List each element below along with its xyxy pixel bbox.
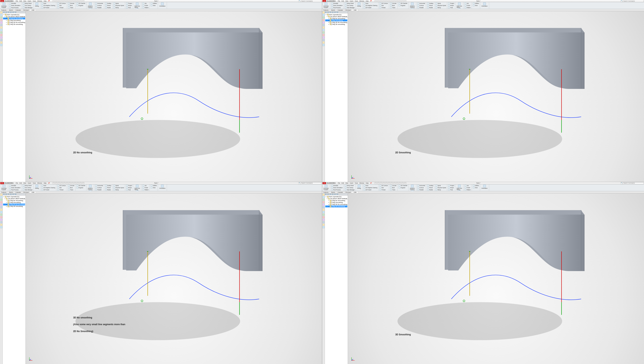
ribbon-face[interactable]: Face	[363, 2, 378, 5]
ribbon-contour[interactable]: Contour	[417, 5, 425, 7]
toolbar-button[interactable]	[0, 196, 2, 198]
ribbon-folder[interactable]: Folder	[142, 187, 149, 189]
qat-button[interactable]	[68, 0, 71, 2]
toolbar-button[interactable]	[0, 216, 2, 218]
ribbon-scallop[interactable]: Scallop	[427, 185, 434, 187]
tree-operation[interactable]: ▸[T48] Smoothing	[325, 20, 347, 21]
toolbar-button[interactable]	[322, 21, 325, 24]
ribbon-drilling[interactable]: Drilling	[356, 2, 362, 7]
ribbon-generate-toolpath[interactable]: GenerateToolpath	[0, 2, 7, 8]
qat-button[interactable]	[68, 182, 71, 184]
ribbon-tool-library[interactable]: Tool Library	[22, 187, 33, 189]
tab-features[interactable]: Features	[322, 9, 330, 11]
ribbon-job[interactable]: Job	[464, 2, 471, 5]
menu-help[interactable]: Help	[43, 183, 47, 184]
toolbar-button[interactable]	[0, 24, 2, 26]
menu-window[interactable]: Window	[359, 1, 365, 2]
tree-operation[interactable]: ▸[T48] 3D No smoothing	[3, 204, 25, 206]
menu-view[interactable]: View	[345, 183, 349, 184]
toolbar-button[interactable]	[0, 194, 2, 196]
ribbon-scallop[interactable]: Scallop	[105, 2, 112, 5]
tree-operation[interactable]: ▸[T48] 3D smoothing	[3, 23, 25, 25]
ribbon-project[interactable]: Project	[126, 2, 132, 5]
tree-tab[interactable]	[327, 193, 330, 196]
ribbon-circular[interactable]: Circular	[390, 185, 397, 187]
ribbon-multi-axis-milling[interactable]: Multi-AxisMilling	[456, 185, 463, 191]
qat-button[interactable]	[399, 0, 401, 2]
ribbon-spiral[interactable]: Spiral	[113, 185, 124, 187]
tree-operation[interactable]: ▸[T48] No Smoothing	[3, 200, 25, 202]
tree-operation[interactable]: ▸[T48] No Smoothing	[325, 200, 347, 202]
ribbon-2d-adaptive-clearing[interactable]: 2D Adaptive Clearing	[41, 187, 56, 189]
menu-insert[interactable]: Insert	[27, 1, 32, 2]
ribbon-2d-contour[interactable]: 2D Contour	[57, 2, 66, 5]
menu-insert[interactable]: Insert	[349, 183, 354, 184]
qat-button[interactable]	[77, 182, 79, 184]
tree-tab[interactable]	[7, 11, 10, 13]
ribbon-adaptive-clearing[interactable]: AdaptiveClearing	[409, 2, 416, 8]
toolbar-button[interactable]	[322, 36, 325, 39]
toolbar-button[interactable]	[322, 11, 325, 14]
ribbon-post-process[interactable]: Post Process	[9, 7, 21, 9]
ribbon-simulate[interactable]: Simulate	[331, 2, 343, 5]
toolbar-button[interactable]	[0, 19, 2, 21]
ribbon-morph[interactable]: Morph	[126, 5, 132, 7]
tree-tab[interactable]	[336, 11, 339, 13]
toolbar-button[interactable]	[322, 206, 325, 208]
ribbon-bore[interactable]: Bore	[390, 187, 397, 189]
ribbon-generate-toolpath[interactable]: GenerateToolpath	[323, 185, 330, 191]
tree-tab[interactable]	[10, 11, 12, 13]
ribbon-bore[interactable]: Bore	[68, 5, 75, 7]
ribbon-circular[interactable]: Circular	[68, 2, 75, 5]
toolbar-button[interactable]	[0, 21, 2, 24]
search-input[interactable]	[301, 183, 321, 184]
qat-button[interactable]	[374, 182, 377, 184]
qat-button[interactable]	[393, 182, 396, 184]
qat-button[interactable]	[388, 0, 390, 2]
ribbon-trace[interactable]: Trace	[68, 189, 75, 191]
ribbon-2d-chamfer[interactable]: 2D Chamfer	[398, 2, 408, 5]
ribbon-project[interactable]: Project	[448, 185, 454, 187]
ribbon-view[interactable]: View	[150, 187, 157, 189]
toolbar-button[interactable]	[0, 39, 2, 41]
ribbon-engrave[interactable]: Engrave	[76, 5, 86, 7]
tree-tab[interactable]	[3, 11, 5, 13]
ribbon-generate-toolpath[interactable]: GenerateToolpath	[0, 185, 7, 191]
qat-button[interactable]	[382, 182, 385, 184]
ribbon-engrave[interactable]: Engrave	[398, 5, 408, 7]
ribbon-pattern[interactable]: Pattern	[142, 189, 149, 191]
toolbar-button[interactable]	[322, 16, 325, 19]
qat-button[interactable]	[77, 0, 79, 2]
ribbon-utilities[interactable]: Utilities	[472, 2, 479, 5]
ribbon-contour[interactable]: Contour	[95, 187, 103, 189]
tab-sketch[interactable]: Sketch	[8, 9, 14, 11]
menu-pin-icon[interactable]: 📌	[369, 0, 372, 2]
ribbon-radial[interactable]: Radial	[105, 7, 112, 9]
qat-button[interactable]	[60, 0, 63, 2]
ribbon-drilling[interactable]: Drilling	[34, 2, 40, 7]
ribbon-2d-chamfer[interactable]: 2D Chamfer	[76, 2, 86, 5]
ribbon-2d-pocket[interactable]: 2D Pocket	[41, 189, 56, 191]
ribbon-view[interactable]: View	[472, 187, 479, 189]
ribbon-post-process[interactable]: Post Process	[331, 7, 343, 9]
menu-tools[interactable]: Tools	[354, 183, 358, 184]
qat-button[interactable]	[385, 0, 388, 2]
ribbon-pattern[interactable]: Pattern	[142, 7, 149, 9]
toolbar-button[interactable]	[322, 26, 325, 29]
qat-button[interactable]	[396, 0, 398, 2]
feature-tree[interactable]: ▾Part1 Operation(s)▾Job [Work offset=Def…	[325, 13, 348, 182]
ribbon-multi-axis-milling[interactable]: Multi-AxisMilling	[134, 2, 141, 8]
toolbar-button[interactable]	[322, 219, 325, 221]
tab-dimxpert[interactable]: DimXpert	[22, 191, 30, 193]
ribbon-folder[interactable]: Folder	[464, 5, 471, 7]
tab-cam[interactable]: CAM	[352, 191, 358, 193]
toolbar-button[interactable]	[0, 221, 2, 223]
ribbon-adaptive-clearing[interactable]: AdaptiveClearing	[409, 185, 416, 191]
toolbar-button[interactable]	[0, 201, 2, 203]
ribbon-setup-sheet[interactable]: Setup Sheet	[22, 2, 33, 5]
tab-evaluate[interactable]: Evaluate	[14, 9, 22, 11]
ribbon-ramp[interactable]: Ramp	[113, 7, 124, 9]
toolbar-button[interactable]	[0, 34, 2, 36]
ribbon-adaptive-clearing[interactable]: AdaptiveClearing	[87, 2, 93, 8]
ribbon-job[interactable]: Job	[464, 185, 471, 187]
